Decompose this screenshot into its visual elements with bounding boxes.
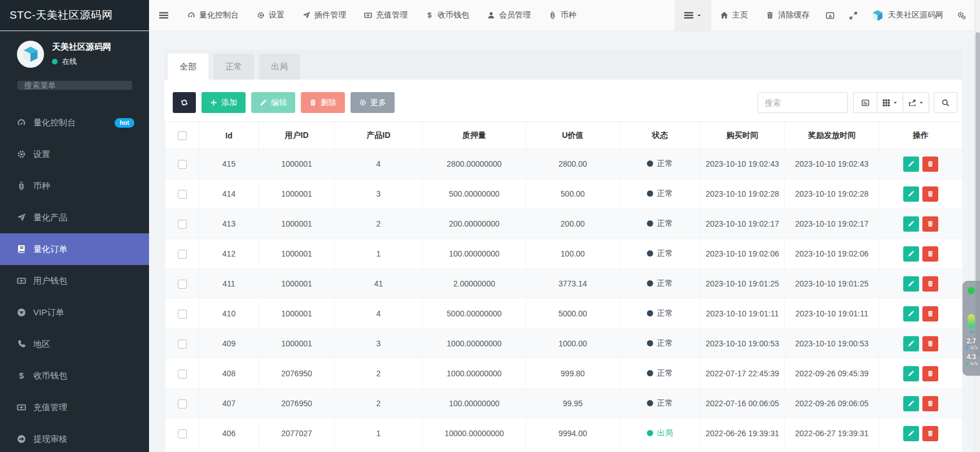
row-delete-button[interactable] [922, 306, 938, 321]
top-menu-item[interactable]: 设置 [248, 0, 294, 31]
status-dot [647, 400, 653, 406]
menu-dropdown-toggle[interactable] [675, 0, 711, 31]
toggle-view-button[interactable] [853, 92, 877, 113]
cell-buy-time: 2022-06-26 19:39:31 [701, 419, 785, 449]
sidebar-menu-item[interactable]: 充值管理 [0, 392, 149, 423]
row-edit-button[interactable] [903, 336, 919, 351]
menu-search-input[interactable] [24, 81, 126, 90]
row-checkbox[interactable] [178, 310, 187, 319]
column-header: 购买时间 [701, 122, 785, 149]
cell-product-id: 2 [335, 359, 423, 389]
sidebar-menu-item[interactable]: 设置 [0, 138, 149, 170]
row-edit-button[interactable] [903, 396, 919, 411]
fullscreen-button[interactable] [842, 0, 865, 31]
export-button[interactable] [903, 92, 929, 113]
cell-reward-time: 2022-06-27 19:39:31 [785, 419, 880, 449]
sidebar-toggle-button[interactable] [149, 0, 178, 31]
sidebar-menu-item[interactable]: 地区 [0, 328, 149, 360]
row-edit-button[interactable] [903, 426, 919, 441]
row-delete-button[interactable] [922, 276, 938, 292]
filter-tab[interactable]: 全部 [168, 54, 208, 80]
row-checkbox[interactable] [178, 280, 187, 289]
top-menu-item[interactable]: 充值管理 [355, 0, 417, 31]
row-edit-button[interactable] [903, 306, 919, 321]
row-checkbox[interactable] [178, 399, 187, 408]
row-edit-button[interactable] [903, 216, 919, 232]
cell-actions [880, 329, 963, 359]
row-edit-button[interactable] [903, 246, 919, 262]
sidebar-menu-item[interactable]: 用户钱包 [0, 265, 149, 297]
trash-icon [766, 11, 774, 19]
cell-actions [880, 419, 963, 449]
row-edit-button[interactable] [903, 157, 919, 172]
row-delete-button[interactable] [922, 186, 938, 202]
add-button[interactable]: 添加 [202, 92, 246, 113]
pencil-icon [908, 220, 915, 227]
top-menu-item[interactable]: 量化控制台 [178, 0, 248, 31]
row-delete-button[interactable] [922, 246, 938, 262]
clear-cache-label: 清除缓存 [778, 10, 810, 20]
trash-icon [927, 370, 934, 377]
row-edit-button[interactable] [903, 276, 919, 292]
sidebar-menu-item[interactable]: 币种 [0, 170, 149, 202]
top-menu-item[interactable]: 插件管理 [294, 0, 355, 31]
cell-buy-time: 2023-10-10 19:02:06 [701, 239, 785, 269]
row-checkbox[interactable] [178, 370, 187, 379]
row-checkbox[interactable] [178, 250, 187, 259]
filter-tab[interactable]: 出局 [259, 54, 300, 80]
sidebar-menu-item[interactable]: VIP订单 [0, 297, 149, 328]
cell-id: 411 [199, 269, 259, 299]
columns-button[interactable] [877, 92, 903, 113]
user-site-menu[interactable]: 天美社区源码网 [865, 0, 950, 31]
row-delete-button[interactable] [922, 366, 938, 381]
caret-down-icon [697, 13, 702, 18]
row-edit-button[interactable] [903, 186, 919, 202]
row-delete-button[interactable] [922, 426, 938, 441]
avatar[interactable] [17, 41, 44, 68]
user-panel: 天美社区源码网 在线 [0, 31, 149, 71]
more-button[interactable]: 更多 [351, 92, 395, 113]
advanced-search-button[interactable] [934, 92, 957, 113]
scrollbar-track[interactable] [974, 0, 980, 452]
row-delete-button[interactable] [922, 336, 938, 351]
top-menu-item[interactable]: 币种 [540, 0, 585, 31]
filter-tab[interactable]: 正常 [213, 54, 254, 80]
sidebar-menu-item[interactable]: 提现审核 [0, 423, 149, 452]
refresh-button[interactable] [173, 92, 196, 113]
select-all-checkbox[interactable] [178, 131, 187, 140]
cell-user-id: 1000001 [259, 269, 335, 299]
row-checkbox[interactable] [178, 429, 187, 438]
home-link[interactable]: 主页 [711, 0, 757, 31]
delete-button[interactable]: 删除 [301, 92, 345, 113]
row-edit-button[interactable] [903, 366, 919, 381]
row-checkbox[interactable] [178, 160, 187, 169]
cell-id: 407 [199, 389, 259, 419]
sidebar-menu-item[interactable]: 收币钱包 [0, 360, 149, 392]
row-checkbox[interactable] [178, 340, 187, 349]
top-menu-item[interactable]: 会员管理 [478, 0, 540, 31]
sidebar-menu-item[interactable]: 量化产品 [0, 202, 149, 233]
cell-actions [880, 179, 963, 209]
row-checkbox[interactable] [178, 220, 187, 229]
cell-user-id: 2076950 [259, 389, 335, 419]
row-delete-button[interactable] [922, 157, 938, 172]
language-button[interactable] [819, 0, 842, 31]
cell-user-id: 2076950 [259, 359, 335, 389]
edit-button[interactable]: 编辑 [251, 92, 295, 113]
site-name: 天美社区源码网 [888, 10, 943, 20]
row-delete-button[interactable] [922, 216, 938, 232]
row-checkbox[interactable] [178, 190, 187, 199]
row-delete-button[interactable] [922, 396, 938, 411]
sidebar-menu-item[interactable]: 量化订单 [0, 233, 149, 265]
cell-product-id: 41 [335, 269, 423, 299]
settings-button[interactable] [950, 0, 973, 31]
status-label: 出局 [657, 428, 673, 437]
clear-cache-button[interactable]: 清除缓存 [757, 0, 819, 31]
table-search-input[interactable] [758, 92, 848, 113]
top-menu-item[interactable]: 收币钱包 [417, 0, 478, 31]
cell-stake: 100.00000000 [423, 389, 526, 419]
upload-speed: 2.7 [965, 337, 978, 345]
sidebar-menu-item[interactable]: 量化控制台 hot [0, 107, 149, 138]
trash-icon [927, 310, 934, 317]
home-label: 主页 [732, 10, 748, 20]
